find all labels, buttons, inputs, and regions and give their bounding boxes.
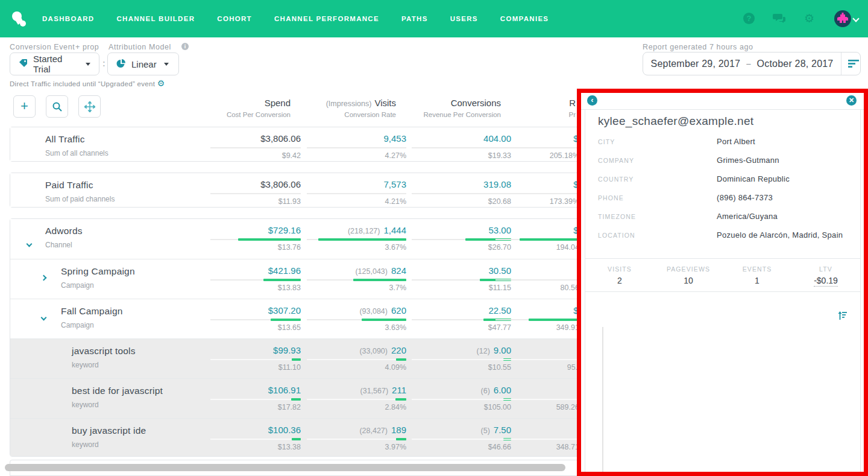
add-prop-link[interactable]: + prop (75, 43, 99, 51)
help-icon[interactable]: ? (743, 13, 755, 25)
spend-value: $3,806.06 (260, 179, 301, 189)
field-label-timezone: TIMEZONE (598, 213, 636, 220)
add-button[interactable]: + (13, 95, 36, 118)
nav-item-companies[interactable]: COMPANIES (500, 15, 549, 22)
row-type: Sum of all channels (45, 149, 108, 157)
field-value-city: Port Albert (717, 137, 755, 146)
visits-value[interactable]: 620 (391, 305, 406, 316)
date-range-picker[interactable]: September 29, 2017 – October 28, 2017 (643, 52, 861, 75)
spend-value[interactable]: $99.93 (273, 345, 301, 355)
field-label-company: COMPANY (598, 157, 634, 164)
row-type: Campaign (61, 321, 94, 329)
search-button[interactable] (46, 95, 68, 118)
field-value-timezone: America/Guyana (717, 212, 778, 221)
user-detail-panel: ‹ ✕ kylee_schaefer@example.net CITYPort … (577, 89, 868, 476)
attribution-model-label: Attribution Model (108, 43, 171, 51)
user-stats: VISITS2 PAGEVIEWS10 EVENTS1 LTV-$0.19 (585, 258, 860, 292)
avatar[interactable] (834, 10, 851, 27)
visits-value[interactable]: 211 (392, 385, 406, 395)
field-label-location: LOCATION (598, 232, 635, 239)
visits-value[interactable]: 7,573 (383, 179, 406, 189)
row-label: All Traffic (45, 134, 85, 145)
separator-colon: : (102, 59, 105, 68)
move-icon (84, 101, 95, 112)
row-label: Adwords (45, 226, 83, 236)
back-button[interactable]: ‹ (587, 95, 597, 106)
collapse-chevron-icon[interactable] (41, 315, 47, 321)
spend-value[interactable]: $729.16 (268, 225, 301, 235)
visits-value[interactable]: 189 (391, 425, 406, 435)
events-stat: 1 (723, 276, 791, 285)
spend-value[interactable]: $106.91 (268, 385, 301, 395)
row-label: buy javascript ide (72, 425, 146, 436)
user-card: kylee_schaefer@example.net CITYPort Albe… (585, 109, 861, 472)
nav-item-channel-performance[interactable]: CHANNEL PERFORMANCE (274, 15, 379, 22)
visits-value[interactable]: 824 (391, 265, 406, 276)
row-type: Campaign (61, 281, 94, 290)
row-type: Sum of paid channels (45, 195, 115, 203)
nav-item-cohort[interactable]: COHORT (217, 15, 252, 22)
sort-icon[interactable] (838, 311, 847, 322)
search-icon (52, 102, 62, 112)
direct-traffic-note: Direct Traffic included until “Upgraded”… (10, 78, 165, 88)
pie-icon (116, 59, 126, 70)
date-filter-icon[interactable] (848, 60, 859, 71)
activity-timeline: OCTOBER 26, 2017 VISIT 3:08 PM CHANNEL: … (585, 292, 860, 472)
conversion-event-select[interactable]: Started Trial (10, 52, 99, 75)
collapse-chevron-icon[interactable] (27, 241, 33, 247)
date-end: October 28, 2017 (757, 59, 834, 69)
row-type: keyword (72, 401, 99, 409)
row-label: Spring Campaign (61, 266, 135, 277)
nav-item-paths[interactable]: PATHS (401, 15, 428, 22)
visits-value[interactable]: 9,453 (383, 133, 406, 144)
attribution-model-select[interactable]: Linear (107, 52, 179, 75)
conversion-event-label: Conversion Event (10, 43, 75, 51)
tag-icon (19, 59, 28, 69)
spend-value: $3,806.06 (260, 133, 301, 144)
visits-stat: 2 (585, 276, 654, 285)
pageviews-stat: 10 (654, 276, 723, 285)
date-separator: – (746, 59, 750, 68)
expand-chevron-icon[interactable] (41, 275, 47, 281)
spend-value[interactable]: $100.36 (268, 425, 301, 435)
row-label: javascript tools (72, 346, 136, 357)
user-email: kylee_schaefer@example.net (598, 115, 753, 128)
row-label: Fall Campaign (61, 306, 123, 317)
chat-icon[interactable] (773, 13, 785, 25)
nav-item-channel-builder[interactable]: CHANNEL BUILDER (116, 15, 195, 22)
brand-logo-icon[interactable] (10, 9, 28, 30)
settings-gear-icon[interactable]: ⚙ (157, 78, 165, 88)
spend-value[interactable]: $307.20 (268, 305, 301, 316)
row-label: Paid Traffic (45, 180, 93, 191)
account-caret-down-icon[interactable] (852, 15, 859, 22)
visits-value[interactable]: 1,444 (383, 225, 406, 235)
ltv-stat[interactable]: -$0.19 (814, 276, 838, 287)
nav-item-users[interactable]: USERS (450, 15, 478, 22)
top-nav: DASHBOARD CHANNEL BUILDER COHORT CHANNEL… (0, 0, 868, 37)
spend-value[interactable]: $421.96 (268, 265, 301, 276)
report-generated-label: Report generated 7 hours ago (643, 43, 753, 51)
row-type: Channel (45, 241, 72, 249)
info-icon[interactable]: i (181, 43, 189, 50)
column-header-revenue[interactable]: R Pr (443, 98, 576, 118)
horizontal-scrollbar[interactable] (5, 464, 565, 471)
nav-menu: DASHBOARD CHANNEL BUILDER COHORT CHANNEL… (42, 0, 549, 37)
gear-icon[interactable]: ⚙ (804, 13, 816, 25)
field-label-phone: PHONE (598, 194, 624, 202)
field-label-city: CITY (598, 138, 615, 145)
field-label-country: COUNTRY (598, 176, 634, 183)
visits-value[interactable]: 220 (391, 345, 406, 355)
app-window: DASHBOARD CHANNEL BUILDER COHORT CHANNEL… (0, 0, 868, 476)
timeline-line (602, 327, 603, 472)
nav-item-dashboard[interactable]: DASHBOARD (42, 15, 94, 22)
field-value-country: Dominican Republic (717, 174, 790, 183)
caret-down-icon (86, 63, 90, 66)
field-value-location: Pozuelo de Alarcón, Madrid, Spain (717, 230, 843, 240)
field-value-company: Grimes-Gutmann (717, 156, 779, 165)
close-icon[interactable]: ✕ (846, 95, 857, 106)
caret-down-icon (164, 63, 169, 66)
row-type: keyword (72, 440, 99, 449)
date-start: September 29, 2017 (651, 59, 741, 69)
move-button[interactable] (78, 95, 101, 118)
row-label: best ide for javascript (72, 386, 163, 396)
